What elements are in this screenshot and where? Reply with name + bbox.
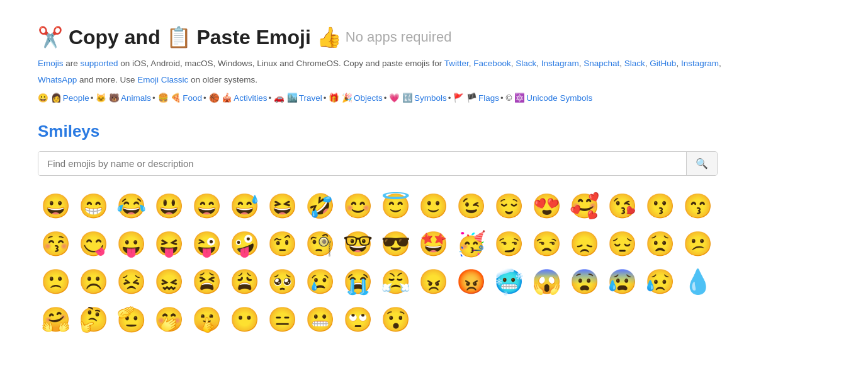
sep-2: • 🍔 🍕 <box>152 93 181 103</box>
sep-1: • 🐱 🐻 <box>91 93 120 103</box>
emoji-item[interactable]: 😀 <box>38 188 73 224</box>
link-github[interactable]: GitHub <box>650 59 676 68</box>
search-button[interactable]: 🔍 <box>686 152 717 175</box>
emoji-item[interactable]: 😅 <box>227 188 262 224</box>
emoji-item[interactable]: 🥺 <box>264 264 300 299</box>
link-instagram-1[interactable]: Instagram <box>541 59 579 68</box>
emoji-item[interactable]: ☹️ <box>76 264 111 299</box>
nav-link-unicode[interactable]: Unicode Symbols <box>526 93 592 103</box>
link-twitter[interactable]: Twitter <box>444 59 469 68</box>
emoji-item[interactable]: 😖 <box>151 264 186 299</box>
emoji-item[interactable]: 🤭 <box>151 302 186 337</box>
emoji-item[interactable]: 🤗 <box>38 302 73 337</box>
emoji-item[interactable]: 😚 <box>38 226 73 262</box>
emoji-item[interactable]: 🤫 <box>189 302 224 337</box>
emoji-item[interactable]: 😟 <box>642 226 677 262</box>
emoji-item[interactable]: 😑 <box>264 302 300 337</box>
emoji-item[interactable]: 😯 <box>378 302 413 337</box>
emoji-item[interactable]: 🤔 <box>76 302 111 337</box>
emoji-item[interactable]: 😢 <box>302 264 337 299</box>
link-instagram-2[interactable]: Instagram <box>681 59 719 68</box>
emoji-item[interactable]: 🤪 <box>227 226 262 262</box>
emoji-item[interactable]: 🤣 <box>302 188 337 224</box>
sep-4: • 🚗 🏙️ <box>269 93 298 103</box>
emoji-item[interactable]: 😱 <box>529 264 564 299</box>
emoji-item[interactable]: 🥳 <box>453 226 488 262</box>
smileys-title: Smileys <box>38 122 830 141</box>
nav-link-food[interactable]: Food <box>183 93 202 103</box>
emoji-item[interactable]: 💧 <box>680 264 715 299</box>
link-emoji-classic[interactable]: Emoji Classic <box>137 75 188 84</box>
emoji-item[interactable]: 😛 <box>113 226 149 262</box>
nav-link-symbols[interactable]: Symbols <box>414 93 447 103</box>
emoji-item[interactable]: 😙 <box>680 188 715 224</box>
emoji-item[interactable]: 🤨 <box>264 226 300 262</box>
nav-link-people[interactable]: People <box>63 93 89 103</box>
emoji-item[interactable]: 😫 <box>189 264 224 299</box>
nav-link-objects[interactable]: Objects <box>354 93 383 103</box>
emoji-item[interactable]: 😉 <box>453 188 488 224</box>
emoji-item[interactable]: 😁 <box>76 188 111 224</box>
link-slack-1[interactable]: Slack <box>516 59 536 68</box>
emoji-item[interactable]: 😜 <box>189 226 224 262</box>
link-supported[interactable]: supported <box>81 59 118 68</box>
nav-link-travel[interactable]: Travel <box>299 93 322 103</box>
emoji-item[interactable]: 😇 <box>378 188 413 224</box>
emoji-item[interactable]: 😕 <box>680 226 715 262</box>
emoji-item[interactable]: 😔 <box>604 226 640 262</box>
emoji-item[interactable]: 😊 <box>340 188 375 224</box>
link-emojis[interactable]: Emojis <box>38 59 64 68</box>
emoji-item[interactable]: 😝 <box>151 226 186 262</box>
emoji-item[interactable]: 😎 <box>378 226 413 262</box>
nav-link-animals[interactable]: Animals <box>121 93 151 103</box>
title-emoji-clipboard: 📋 <box>166 26 191 49</box>
link-whatsapp[interactable]: WhatsApp <box>38 75 77 84</box>
header-desc-1: Emojis are supported on iOS, Android, ma… <box>38 57 830 71</box>
emoji-item[interactable]: 🥶 <box>491 264 526 299</box>
emoji-item[interactable]: 🙄 <box>340 302 375 337</box>
emoji-item[interactable]: 😋 <box>76 226 111 262</box>
sep-3: • 🏀 🎪 <box>203 93 232 103</box>
emoji-item[interactable]: 🤩 <box>415 226 451 262</box>
emoji-item[interactable]: 😒 <box>529 226 564 262</box>
emoji-item[interactable]: 😬 <box>302 302 337 337</box>
emoji-item[interactable]: 🥰 <box>566 188 602 224</box>
emoji-item[interactable]: 😍 <box>529 188 564 224</box>
emoji-item[interactable]: 😥 <box>642 264 677 299</box>
emoji-item[interactable]: 😡 <box>453 264 488 299</box>
emoji-item[interactable]: 😰 <box>604 264 640 299</box>
emoji-item[interactable]: 😞 <box>566 226 602 262</box>
sep-7: • 🚩 🏴 <box>448 93 477 103</box>
emoji-item[interactable]: 😃 <box>151 188 186 224</box>
link-slack-2[interactable]: Slack <box>624 59 645 68</box>
sep-6: • 💗 🔣 <box>384 93 413 103</box>
emoji-item[interactable]: 😶 <box>227 302 262 337</box>
header-desc-2: WhatsApp and more. Use Emoji Classic on … <box>38 73 830 87</box>
nav-link-flags[interactable]: Flags <box>478 93 499 103</box>
emoji-item[interactable]: 😩 <box>227 264 262 299</box>
emoji-item[interactable]: 😆 <box>264 188 300 224</box>
emoji-item[interactable]: 😠 <box>415 264 451 299</box>
emoji-item[interactable]: 😨 <box>566 264 602 299</box>
emoji-item[interactable]: 😗 <box>642 188 677 224</box>
emoji-item[interactable]: 🫡 <box>113 302 149 337</box>
emoji-item[interactable]: 😏 <box>491 226 526 262</box>
title-emoji-scissors: ✂️ <box>38 26 63 49</box>
emoji-item[interactable]: 😤 <box>378 264 413 299</box>
emoji-item[interactable]: 😘 <box>604 188 640 224</box>
emoji-item[interactable]: 🙁 <box>38 264 73 299</box>
emoji-item[interactable]: 🤓 <box>340 226 375 262</box>
emoji-item[interactable]: 🧐 <box>302 226 337 262</box>
emoji-item[interactable]: 😄 <box>189 188 224 224</box>
search-icon: 🔍 <box>696 158 708 169</box>
link-snapchat[interactable]: Snapchat <box>583 59 619 68</box>
emoji-item[interactable]: 😌 <box>491 188 526 224</box>
emoji-item[interactable]: 😭 <box>340 264 375 299</box>
nav-icon-1: 😀 👩 <box>38 93 62 103</box>
nav-link-activities[interactable]: Activities <box>234 93 267 103</box>
search-input[interactable] <box>38 152 686 175</box>
emoji-item[interactable]: 🙂 <box>415 188 451 224</box>
emoji-item[interactable]: 😂 <box>113 188 149 224</box>
link-facebook[interactable]: Facebook <box>473 59 510 68</box>
emoji-item[interactable]: 😣 <box>113 264 149 299</box>
